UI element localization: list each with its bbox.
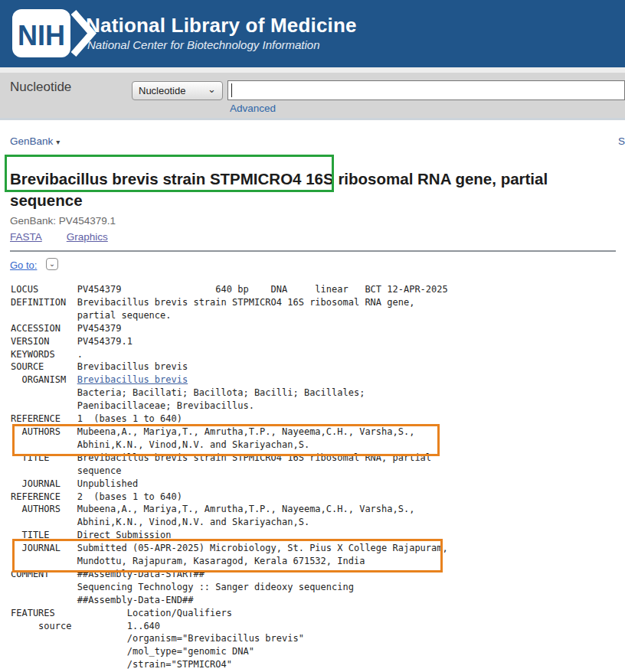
database-select[interactable]: Nucleotide <box>132 81 223 100</box>
genbank-line-journal1: JOURNAL Unpublished <box>11 478 623 491</box>
genbank-line-locus: LOCUS PV454379 640 bp DNA linear BCT 12-… <box>11 283 623 296</box>
accession-text: GenBank: PV454379.1 <box>10 215 116 227</box>
genbank-line-definition: DEFINITION Brevibacillus brevis strain S… <box>11 296 623 309</box>
organism-link[interactable]: Brevibacillus brevis <box>77 374 188 385</box>
genbank-line-reference1: REFERENCE 1 (bases 1 to 640) <box>11 413 623 426</box>
dropdown-arrow-icon: ▾ <box>56 138 60 146</box>
genbank-line-qualifier: /strain="STPMICRO4" <box>11 658 623 671</box>
genbank-line-comment: Sequencing Technology :: Sanger dideoxy … <box>11 581 623 594</box>
genbank-line-accession: ACCESSION PV454379 <box>11 322 623 335</box>
record-title: Brevibacillus brevis strain STPMICRO4 16… <box>10 168 615 211</box>
genbank-format-dropdown[interactable]: GenBank▾ <box>10 135 60 147</box>
genbank-line-keywords: KEYWORDS . <box>11 348 623 361</box>
genbank-flatfile: LOCUS PV454379 640 bp DNA linear BCT 12-… <box>11 283 623 671</box>
ncbi-subtitle: National Center for Biotechnology Inform… <box>87 38 320 51</box>
genbank-line-qualifier: /organism="Brevibacillus brevis" <box>11 632 623 645</box>
genbank-line-lineage: Bacteria; Bacillati; Bacillota; Bacilli;… <box>11 387 623 400</box>
search-input[interactable] <box>227 80 625 100</box>
genbank-line-journal2: Mundottu, Rajapuram, Kasaragod, Kerala 6… <box>11 555 623 568</box>
format-links: FASTAGraphics <box>10 231 133 243</box>
genbank-line-authors2: AUTHORS Mubeena,A., Mariya,T., Amrutha,T… <box>11 503 623 516</box>
goto-expand-icon[interactable]: ⌄ <box>46 258 58 270</box>
genbank-line-reference2: REFERENCE 2 (bases 1 to 640) <box>11 491 623 504</box>
divider <box>10 250 616 252</box>
genbank-line-version: VERSION PV454379.1 <box>11 335 623 348</box>
genbank-line-feature-source: source 1..640 <box>11 620 623 633</box>
page: NIH National Library of Medicine Nationa… <box>0 0 625 672</box>
search-input-wrap <box>227 80 625 100</box>
genbank-line: partial sequence. <box>11 309 623 322</box>
genbank-line-title1: TITLE Brevibacillus brevis strain STPMIC… <box>11 452 623 465</box>
send-to-link-partial[interactable]: S <box>618 135 625 147</box>
genbank-line-authors1: Abhini,K.N., Vinod,N.V. and Skariyachan,… <box>11 439 623 452</box>
database-label: Nucleotide <box>10 80 71 95</box>
text-caret <box>231 83 232 97</box>
genbank-line-comment: COMMENT ##Assembly-Data-START## <box>11 568 623 581</box>
genbank-line-title2: TITLE Direct Submission <box>11 529 623 542</box>
genbank-line-lineage: Paenibacillaceae; Brevibacillus. <box>11 400 623 413</box>
genbank-line-authors1: AUTHORS Mubeena,A., Mariya,T., Amrutha,T… <box>11 426 623 439</box>
graphics-link[interactable]: Graphics <box>67 231 108 243</box>
record-title-line1: Brevibacillus brevis strain STPMICRO4 16… <box>10 170 548 188</box>
nlm-header: NIH National Library of Medicine Nationa… <box>0 0 625 67</box>
genbank-line-source: SOURCE Brevibacillus brevis <box>11 360 623 374</box>
genbank-line-features: FEATURES Location/Qualifiers <box>11 607 623 620</box>
genbank-line-title1: sequence <box>11 465 623 478</box>
genbank-line-comment: ##Assembly-Data-END## <box>11 594 623 607</box>
organism-field-label: ORGANISM <box>11 374 77 385</box>
fasta-link[interactable]: FASTA <box>10 231 42 243</box>
svg-text:NIH: NIH <box>18 20 65 51</box>
genbank-line-authors2: Abhini,K.N., Vinod,N.V. and Skariyachan,… <box>11 516 623 529</box>
advanced-search-link[interactable]: Advanced <box>230 103 276 114</box>
genbank-line-journal2: JOURNAL Submitted (05-APR-2025) Microbio… <box>11 542 623 555</box>
nlm-title: National Library of Medicine <box>86 14 357 38</box>
genbank-line-organism: ORGANISM Brevibacillus brevis <box>11 374 623 387</box>
genbank-line-qualifier: /mol_type="genomic DNA" <box>11 645 623 658</box>
genbank-format-label: GenBank <box>10 135 53 147</box>
goto-link[interactable]: Go to: <box>10 259 37 271</box>
record-title-line2: sequence <box>10 191 83 209</box>
